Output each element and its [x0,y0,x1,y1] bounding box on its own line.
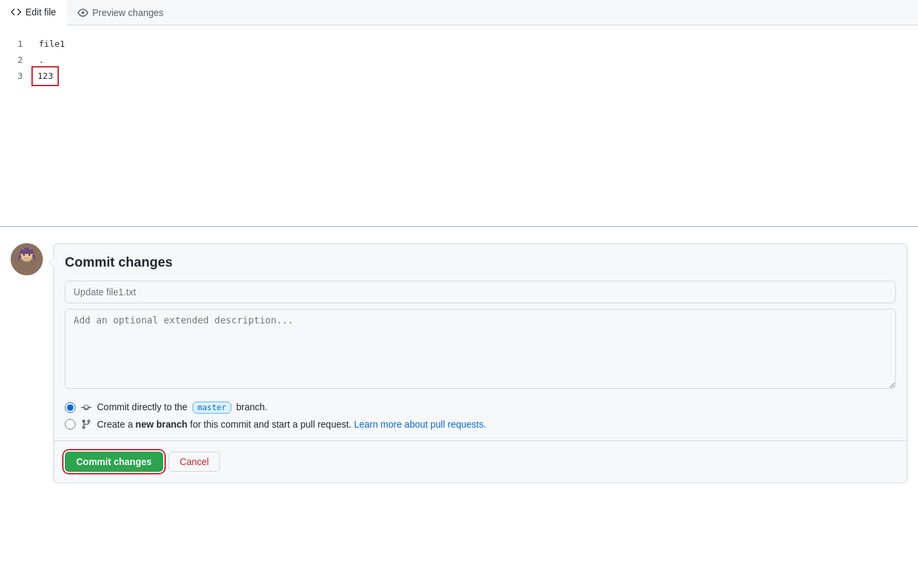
code-icon [11,7,21,17]
commit-changes-button[interactable]: Commit changes [65,452,163,472]
git-commit-icon [81,402,92,413]
tab-edit-label: Edit file [25,7,56,17]
section-divider [54,440,907,441]
svg-point-5 [25,254,26,255]
radio-direct-label: Commit directly to the master branch. [97,402,267,414]
commit-section: Commit changes Commit directly to the ma… [0,227,918,499]
code-line-3: 3 123 [0,68,918,84]
commit-form-container: Commit changes Commit directly to the ma… [53,243,907,483]
editor-section: Edit file Preview changes 1 file1 2 . 3 … [0,0,918,227]
avatar [11,243,43,275]
line-number-2: 2 [0,52,33,68]
cancel-button[interactable]: Cancel [168,452,221,472]
git-branch-icon [81,419,92,430]
code-line-1: 1 file1 [0,36,918,52]
code-line-2: 2 . [0,52,918,68]
line-number-1: 1 [0,36,33,52]
tab-preview-label: Preview changes [92,7,164,18]
learn-more-link[interactable]: Learn more about pull requests. [354,419,486,430]
eye-icon [78,7,88,18]
radio-group: Commit directly to the master branch. Cr… [65,402,896,430]
line-number-3: 3 [0,68,33,84]
svg-point-6 [27,254,29,255]
tab-preview-changes[interactable]: Preview changes [67,0,175,25]
branch-badge: master [193,402,231,414]
commit-message-input[interactable] [65,281,896,303]
radio-item-new-branch: Create a new branch for this commit and … [65,419,896,430]
radio-direct[interactable] [65,402,76,413]
radio-new-branch-label: Create a new branch for this commit and … [97,419,486,430]
commit-title: Commit changes [65,255,896,270]
line-content-1: file1 [33,36,65,52]
radio-item-direct: Commit directly to the master branch. [65,402,896,414]
tab-edit-file[interactable]: Edit file [0,0,67,25]
line-content-3: 123 [33,68,57,84]
commit-description-textarea[interactable] [65,309,896,389]
editor-tabs: Edit file Preview changes [0,0,918,25]
radio-new-branch[interactable] [65,419,76,430]
code-lines: 1 file1 2 . 3 123 [0,36,918,84]
editor-content[interactable]: 1 file1 2 . 3 123 [0,25,918,226]
action-buttons: Commit changes Cancel [65,452,896,472]
line-content-2: . [33,52,44,68]
